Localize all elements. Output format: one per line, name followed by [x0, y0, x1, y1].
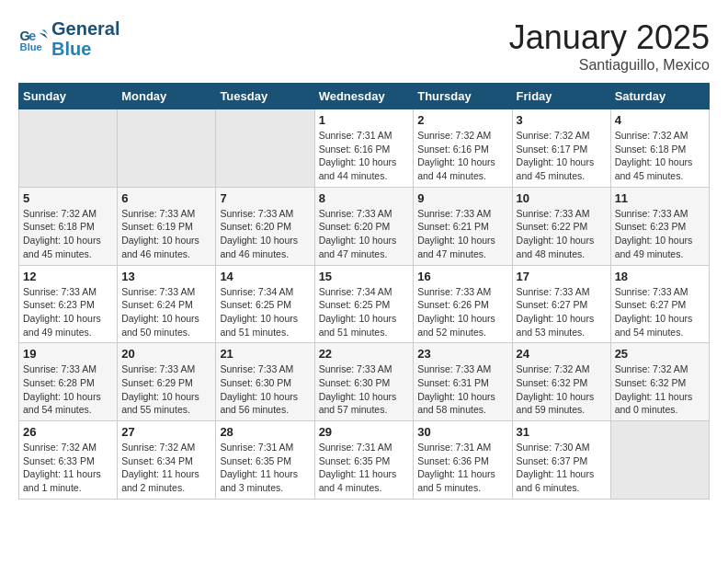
calendar-cell: 25Sunrise: 7:32 AMSunset: 6:32 PMDayligh…	[610, 343, 709, 421]
calendar-cell: 6Sunrise: 7:33 AMSunset: 6:19 PMDaylight…	[118, 187, 216, 265]
calendar-cell: 4Sunrise: 7:32 AMSunset: 6:18 PMDaylight…	[610, 109, 709, 188]
day-number: 2	[417, 113, 507, 127]
calendar-cell: 26Sunrise: 7:32 AMSunset: 6:33 PMDayligh…	[19, 421, 118, 500]
day-number: 29	[319, 425, 410, 439]
cell-info: Sunrise: 7:32 AMSunset: 6:18 PMDaylight:…	[615, 129, 705, 183]
logo-blue: Blue	[51, 39, 119, 59]
calendar-cell: 24Sunrise: 7:32 AMSunset: 6:32 PMDayligh…	[512, 343, 610, 421]
svg-text:Blue: Blue	[20, 41, 42, 52]
day-number: 5	[23, 191, 113, 205]
day-number: 14	[220, 270, 310, 283]
day-number: 22	[319, 347, 410, 361]
week-row-3: 12Sunrise: 7:33 AMSunset: 6:23 PMDayligh…	[19, 265, 710, 343]
cell-info: Sunrise: 7:33 AMSunset: 6:23 PMDaylight:…	[615, 207, 705, 261]
cell-info: Sunrise: 7:33 AMSunset: 6:27 PMDaylight:…	[615, 285, 705, 339]
calendar-cell: 5Sunrise: 7:32 AMSunset: 6:18 PMDaylight…	[19, 187, 118, 265]
calendar-cell: 31Sunrise: 7:30 AMSunset: 6:37 PMDayligh…	[512, 421, 610, 500]
calendar-cell: 29Sunrise: 7:31 AMSunset: 6:35 PMDayligh…	[314, 421, 414, 500]
cell-info: Sunrise: 7:33 AMSunset: 6:28 PMDaylight:…	[23, 362, 113, 417]
calendar-cell	[19, 109, 118, 188]
calendar-cell: 13Sunrise: 7:33 AMSunset: 6:24 PMDayligh…	[118, 265, 216, 343]
day-number: 31	[517, 425, 607, 439]
day-number: 30	[417, 425, 507, 439]
calendar-cell: 27Sunrise: 7:32 AMSunset: 6:34 PMDayligh…	[118, 421, 216, 500]
day-number: 6	[121, 191, 211, 205]
calendar-cell: 16Sunrise: 7:33 AMSunset: 6:26 PMDayligh…	[414, 265, 512, 343]
day-number: 27	[121, 425, 211, 439]
cell-info: Sunrise: 7:32 AMSunset: 6:32 PMDaylight:…	[615, 362, 705, 417]
cell-info: Sunrise: 7:33 AMSunset: 6:20 PMDaylight:…	[319, 207, 410, 261]
calendar-cell: 17Sunrise: 7:33 AMSunset: 6:27 PMDayligh…	[512, 265, 610, 343]
cell-info: Sunrise: 7:32 AMSunset: 6:16 PMDaylight:…	[417, 129, 507, 183]
weekday-header-monday: Monday	[118, 84, 216, 109]
week-row-4: 19Sunrise: 7:33 AMSunset: 6:28 PMDayligh…	[19, 343, 710, 421]
cell-info: Sunrise: 7:33 AMSunset: 6:30 PMDaylight:…	[220, 362, 310, 417]
day-number: 15	[319, 270, 410, 283]
calendar-cell: 12Sunrise: 7:33 AMSunset: 6:23 PMDayligh…	[19, 265, 118, 343]
month-title: January 2025	[509, 18, 710, 57]
week-row-2: 5Sunrise: 7:32 AMSunset: 6:18 PMDaylight…	[19, 187, 710, 265]
weekday-header-saturday: Saturday	[610, 84, 709, 109]
cell-info: Sunrise: 7:34 AMSunset: 6:25 PMDaylight:…	[319, 285, 410, 339]
cell-info: Sunrise: 7:32 AMSunset: 6:33 PMDaylight:…	[23, 441, 113, 495]
weekday-header-wednesday: Wednesday	[314, 84, 414, 109]
day-number: 8	[319, 191, 410, 205]
calendar-cell: 21Sunrise: 7:33 AMSunset: 6:30 PMDayligh…	[216, 343, 314, 421]
day-number: 17	[517, 270, 607, 283]
day-number: 26	[23, 425, 113, 439]
day-number: 19	[23, 347, 113, 361]
day-number: 25	[615, 347, 705, 361]
day-number: 10	[517, 191, 607, 205]
cell-info: Sunrise: 7:32 AMSunset: 6:34 PMDaylight:…	[121, 441, 211, 495]
cell-info: Sunrise: 7:31 AMSunset: 6:35 PMDaylight:…	[319, 441, 410, 495]
cell-info: Sunrise: 7:33 AMSunset: 6:23 PMDaylight:…	[23, 285, 113, 339]
day-number: 7	[220, 191, 310, 205]
weekday-header-tuesday: Tuesday	[216, 84, 314, 109]
svg-marker-2	[42, 29, 48, 34]
cell-info: Sunrise: 7:33 AMSunset: 6:22 PMDaylight:…	[517, 207, 607, 261]
day-number: 3	[517, 113, 607, 127]
calendar-cell	[118, 109, 216, 188]
cell-info: Sunrise: 7:33 AMSunset: 6:20 PMDaylight:…	[220, 207, 310, 261]
cell-info: Sunrise: 7:33 AMSunset: 6:19 PMDaylight:…	[121, 207, 211, 261]
day-number: 23	[417, 347, 507, 361]
week-row-1: 1Sunrise: 7:31 AMSunset: 6:16 PMDaylight…	[19, 109, 710, 188]
cell-info: Sunrise: 7:33 AMSunset: 6:31 PMDaylight:…	[417, 362, 507, 417]
calendar-cell	[610, 421, 709, 500]
calendar-cell: 7Sunrise: 7:33 AMSunset: 6:20 PMDaylight…	[216, 187, 314, 265]
calendar-cell: 28Sunrise: 7:31 AMSunset: 6:35 PMDayligh…	[216, 421, 314, 500]
cell-info: Sunrise: 7:33 AMSunset: 6:29 PMDaylight:…	[121, 362, 211, 417]
day-number: 20	[121, 347, 211, 361]
calendar-cell: 19Sunrise: 7:33 AMSunset: 6:28 PMDayligh…	[19, 343, 118, 421]
calendar-cell: 2Sunrise: 7:32 AMSunset: 6:16 PMDaylight…	[414, 109, 512, 188]
location: Santiaguillo, Mexico	[509, 57, 710, 74]
cell-info: Sunrise: 7:34 AMSunset: 6:25 PMDaylight:…	[220, 285, 310, 339]
cell-info: Sunrise: 7:30 AMSunset: 6:37 PMDaylight:…	[517, 441, 607, 495]
day-number: 11	[615, 191, 705, 205]
day-number: 24	[517, 347, 607, 361]
logo-icon: G e Blue	[18, 24, 48, 53]
calendar-cell: 14Sunrise: 7:34 AMSunset: 6:25 PMDayligh…	[216, 265, 314, 343]
week-row-5: 26Sunrise: 7:32 AMSunset: 6:33 PMDayligh…	[19, 421, 710, 500]
day-number: 4	[615, 113, 705, 127]
calendar-cell: 3Sunrise: 7:32 AMSunset: 6:17 PMDaylight…	[512, 109, 610, 188]
logo: G e Blue General Blue	[18, 18, 119, 59]
cell-info: Sunrise: 7:31 AMSunset: 6:35 PMDaylight:…	[220, 441, 310, 495]
cell-info: Sunrise: 7:33 AMSunset: 6:27 PMDaylight:…	[517, 285, 607, 339]
weekday-header-thursday: Thursday	[414, 84, 512, 109]
weekday-header-friday: Friday	[512, 84, 610, 109]
cell-info: Sunrise: 7:33 AMSunset: 6:26 PMDaylight:…	[417, 285, 507, 339]
calendar-cell: 8Sunrise: 7:33 AMSunset: 6:20 PMDaylight…	[314, 187, 414, 265]
calendar-cell	[216, 109, 314, 188]
cell-info: Sunrise: 7:33 AMSunset: 6:30 PMDaylight:…	[319, 362, 410, 417]
day-number: 12	[23, 270, 113, 283]
day-number: 1	[319, 113, 410, 127]
cell-info: Sunrise: 7:33 AMSunset: 6:24 PMDaylight:…	[121, 285, 211, 339]
calendar-cell: 9Sunrise: 7:33 AMSunset: 6:21 PMDaylight…	[414, 187, 512, 265]
cell-info: Sunrise: 7:32 AMSunset: 6:18 PMDaylight:…	[23, 207, 113, 261]
cell-info: Sunrise: 7:31 AMSunset: 6:16 PMDaylight:…	[319, 129, 410, 183]
calendar-cell: 10Sunrise: 7:33 AMSunset: 6:22 PMDayligh…	[512, 187, 610, 265]
day-number: 13	[121, 270, 211, 283]
calendar-table: SundayMondayTuesdayWednesdayThursdayFrid…	[18, 83, 710, 500]
day-number: 18	[615, 270, 705, 283]
